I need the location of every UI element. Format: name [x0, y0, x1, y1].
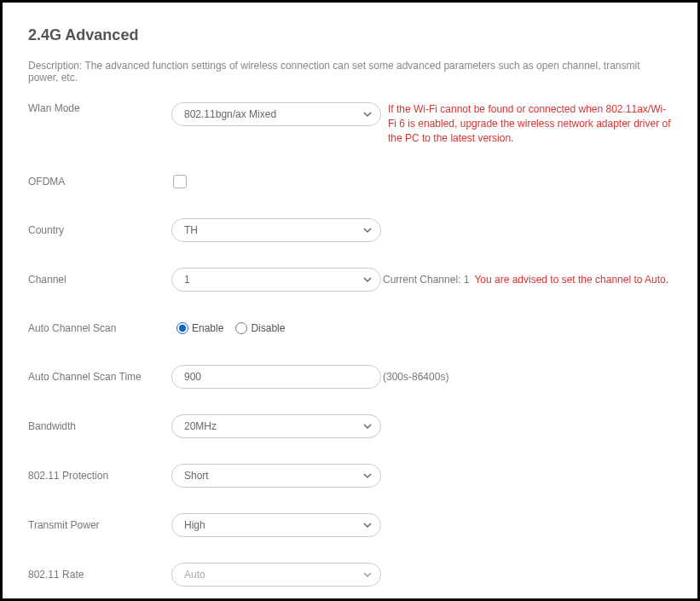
country-label: Country — [28, 224, 171, 236]
channel-label: Channel — [28, 274, 171, 286]
bandwidth-label: Bandwidth — [28, 420, 171, 432]
country-select[interactable]: TH — [171, 218, 381, 242]
rate-select[interactable]: Auto — [171, 563, 381, 587]
protection-label: 802.11 Protection — [28, 470, 171, 482]
tx-power-select[interactable]: High — [171, 513, 381, 537]
auto-scan-enable-radio[interactable] — [176, 322, 188, 334]
scan-time-label: Auto Channel Scan Time — [28, 371, 171, 383]
auto-scan-label: Auto Channel Scan — [28, 322, 171, 334]
channel-select[interactable]: 1 — [171, 268, 381, 292]
auto-scan-disable-option[interactable]: Disable — [235, 322, 285, 334]
bandwidth-select[interactable]: 20MHz — [171, 414, 381, 438]
protection-select[interactable]: Short — [171, 464, 381, 488]
auto-scan-disable-radio[interactable] — [235, 322, 247, 334]
channel-advice-text: You are advised to set the channel to Au… — [474, 274, 668, 286]
ofdma-checkbox[interactable] — [173, 175, 187, 188]
rate-label: 802.11 Rate — [28, 569, 171, 581]
scan-time-range-text: (300s-86400s) — [383, 371, 448, 383]
disable-label: Disable — [251, 322, 285, 334]
scan-time-input[interactable] — [171, 365, 381, 389]
page-description: Description: The advanced function setti… — [28, 60, 672, 84]
enable-label: Enable — [192, 322, 223, 334]
wlan-mode-label: Wlan Mode — [28, 102, 171, 114]
auto-scan-enable-option[interactable]: Enable — [176, 322, 223, 334]
wlan-mode-warning: If the Wi-Fi cannot be found or connecte… — [388, 102, 672, 145]
tx-power-label: Transmit Power — [28, 519, 171, 531]
ofdma-label: OFDMA — [28, 176, 171, 188]
wlan-mode-select[interactable]: 802.11bgn/ax Mixed — [171, 102, 381, 126]
current-channel-text: Current Channel: 1 — [383, 274, 469, 286]
page-title: 2.4G Advanced — [28, 26, 672, 44]
